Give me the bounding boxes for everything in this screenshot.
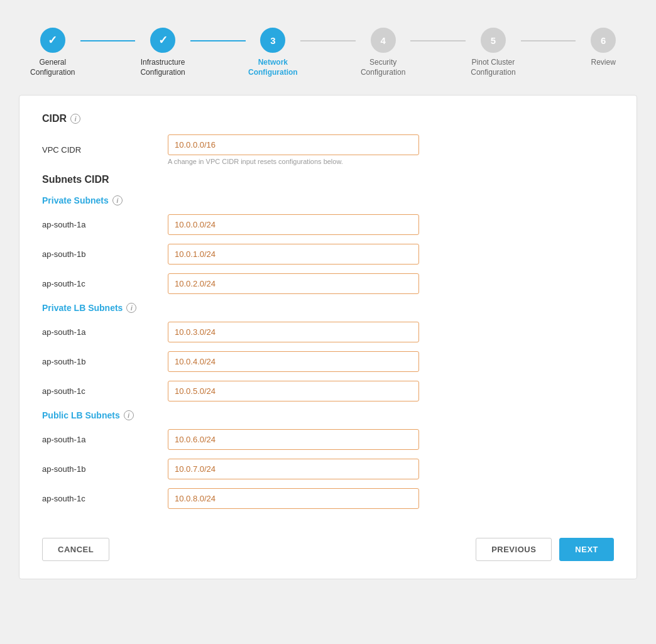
step-number-review: 6 (601, 35, 606, 46)
private-lb-subnet-row-0: ap-south-1a (42, 322, 614, 342)
public-lb-subnet-input-wrapper-2 (168, 488, 419, 509)
public-lb-subnet-row-0: ap-south-1a (42, 429, 614, 450)
private-subnets-title-text: Private Subnets (42, 195, 109, 205)
subnets-cidr-title-text: Subnets CIDR (42, 174, 109, 185)
cidr-title-text: CIDR (42, 113, 67, 124)
step-label-security: Security Configuration (356, 58, 411, 77)
step-number-security: 4 (380, 35, 385, 46)
private-subnet-input-wrapper-0 (168, 214, 419, 235)
private-subnet-input-2[interactable] (168, 273, 419, 294)
connector-2 (190, 40, 246, 41)
private-subnets-info-icon[interactable]: i (112, 195, 123, 205)
footer-buttons: CANCEL PREVIOUS NEXT (42, 527, 614, 561)
checkmark-icon-2: ✓ (158, 33, 168, 47)
private-subnet-label-0: ap-south-1a (42, 220, 168, 229)
public-lb-subnet-input-wrapper-0 (168, 429, 419, 450)
private-lb-subnet-input-wrapper-0 (168, 322, 419, 342)
private-subnet-input-0[interactable] (168, 214, 419, 235)
private-subnet-input-wrapper-1 (168, 244, 419, 265)
public-lb-subnet-input-0[interactable] (168, 429, 419, 450)
step-circle-infrastructure: ✓ (150, 28, 175, 53)
stepper: ✓ General Configuration ✓ Infrastructure… (13, 13, 643, 95)
public-lb-subnet-input-2[interactable] (168, 488, 419, 509)
step-label-pinot: Pinot Cluster Configuration (466, 58, 521, 77)
connector-1 (80, 40, 136, 41)
public-lb-subnet-input-wrapper-1 (168, 459, 419, 479)
private-lb-subnet-input-2[interactable] (168, 381, 419, 401)
cidr-info-icon[interactable]: i (70, 114, 80, 124)
private-lb-subnet-input-wrapper-2 (168, 381, 419, 401)
private-lb-subnet-label-2: ap-south-1c (42, 386, 168, 396)
private-subnet-row-2: ap-south-1c (42, 273, 614, 294)
private-lb-subnet-label-1: ap-south-1b (42, 357, 168, 366)
step-general: ✓ General Configuration (25, 28, 80, 77)
public-lb-subnets-title-text: Public LB Subnets (42, 410, 120, 420)
step-label-infrastructure: Infrastructure Configuration (135, 58, 190, 77)
step-infrastructure: ✓ Infrastructure Configuration (135, 28, 190, 77)
vpc-cidr-input-wrapper: A change in VPC CIDR input resets config… (168, 134, 419, 165)
public-lb-subnet-label-0: ap-south-1a (42, 435, 168, 444)
step-number-network: 3 (270, 35, 275, 46)
private-subnet-row-0: ap-south-1a (42, 214, 614, 235)
private-subnet-label-2: ap-south-1c (42, 279, 168, 288)
private-subnet-input-wrapper-2 (168, 273, 419, 294)
private-lb-subnet-row-2: ap-south-1c (42, 381, 614, 401)
private-lb-subnet-input-wrapper-1 (168, 351, 419, 372)
content-card: CIDR i VPC CIDR A change in VPC CIDR inp… (19, 95, 637, 579)
public-lb-subnet-row-2: ap-south-1c (42, 488, 614, 509)
cancel-button[interactable]: CANCEL (42, 538, 109, 561)
step-pinot: 5 Pinot Cluster Configuration (466, 28, 521, 77)
public-lb-subnet-label-2: ap-south-1c (42, 494, 168, 503)
vpc-cidr-row: VPC CIDR A change in VPC CIDR input rese… (42, 134, 614, 165)
step-network: 3 Network Configuration (246, 28, 301, 77)
next-button[interactable]: NEXT (559, 538, 614, 561)
private-lb-subnet-input-0[interactable] (168, 322, 419, 342)
step-circle-security: 4 (371, 28, 396, 53)
step-label-review: Review (591, 58, 616, 68)
public-lb-subnet-input-1[interactable] (168, 459, 419, 479)
subnets-cidr-section-title: Subnets CIDR (42, 174, 614, 185)
step-circle-network: 3 (260, 28, 285, 53)
vpc-cidr-label: VPC CIDR (42, 145, 168, 155)
private-subnet-input-1[interactable] (168, 244, 419, 265)
step-number-pinot: 5 (491, 35, 496, 46)
private-subnet-label-1: ap-south-1b (42, 249, 168, 259)
private-lb-subnets-title: Private LB Subnets i (42, 303, 614, 313)
step-security: 4 Security Configuration (356, 28, 411, 77)
step-circle-pinot: 5 (481, 28, 506, 53)
private-lb-subnets-title-text: Private LB Subnets (42, 303, 123, 313)
connector-5 (521, 40, 576, 41)
previous-button[interactable]: PREVIOUS (476, 538, 552, 561)
checkmark-icon: ✓ (48, 33, 57, 47)
public-lb-subnet-label-1: ap-south-1b (42, 464, 168, 474)
step-label-general: General Configuration (25, 58, 80, 77)
private-lb-subnets-info-icon[interactable]: i (126, 303, 136, 313)
vpc-cidr-input[interactable] (168, 134, 419, 155)
step-circle-review: 6 (591, 28, 616, 53)
vpc-cidr-hint: A change in VPC CIDR input resets config… (168, 158, 419, 165)
public-lb-subnet-row-1: ap-south-1b (42, 459, 614, 479)
connector-4 (410, 40, 466, 41)
connector-3 (300, 40, 356, 41)
public-lb-subnets-title: Public LB Subnets i (42, 410, 614, 420)
public-lb-subnets-info-icon[interactable]: i (124, 410, 134, 420)
step-label-network: Network Configuration (246, 58, 301, 77)
private-lb-subnet-label-0: ap-south-1a (42, 327, 168, 337)
cidr-section-title: CIDR i (42, 113, 614, 124)
private-lb-subnet-row-1: ap-south-1b (42, 351, 614, 372)
private-subnet-row-1: ap-south-1b (42, 244, 614, 265)
private-subnets-title: Private Subnets i (42, 195, 614, 205)
private-lb-subnet-input-1[interactable] (168, 351, 419, 372)
step-review: 6 Review (576, 28, 631, 68)
step-circle-general: ✓ (40, 28, 65, 53)
